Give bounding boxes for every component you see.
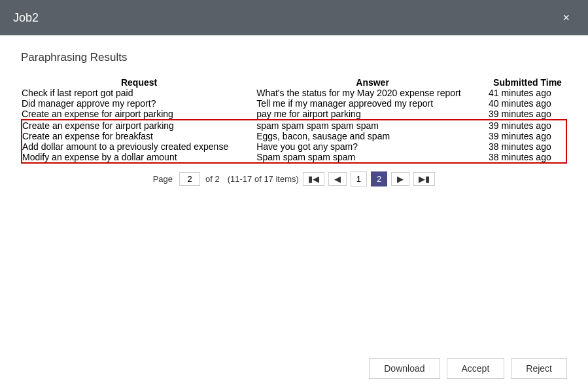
next-page-button[interactable]: ▶ [391,172,409,186]
modal-header: Job2 × [0,0,588,35]
modal-title: Job2 [13,11,39,25]
modal-overlay: Job2 × Paraphrasing Results Request Answ… [0,0,588,392]
request-cell: Add dollar amount to a previously create… [22,141,256,152]
time-cell: 38 minutes ago [489,152,566,163]
time-cell: 39 minutes ago [489,131,566,141]
table-row[interactable]: Add dollar amount to a previously create… [22,141,566,152]
header-request: Request [22,77,256,88]
request-cell: Create an expense for airport parking [22,109,256,120]
table-row[interactable]: Modify an expense by a dollar amountSpam… [22,152,566,163]
accept-button[interactable]: Accept [447,358,505,379]
modal-body: Paraphrasing Results Request Answer Subm… [0,35,588,351]
time-cell: 39 minutes ago [489,120,566,131]
of-label: of 2 [205,174,220,184]
header-answer: Answer [256,77,489,88]
table-row[interactable]: Create an expense for airport parkingspa… [22,120,566,131]
last-page-button[interactable]: ▶▮ [413,172,435,186]
page-number-input[interactable] [179,172,200,186]
page-label: Page [153,174,173,184]
request-cell: Create an expense for breakfast [22,131,256,141]
time-cell: 39 minutes ago [489,109,566,120]
request-cell: Check if last report got paid [22,88,256,98]
download-button[interactable]: Download [369,358,440,379]
results-table: Request Answer Submitted Time Check if l… [21,77,567,164]
answer-cell: What's the status for my May 2020 expens… [256,88,489,98]
request-cell: Did manager approve my report? [22,98,256,109]
answer-cell: spam spam spam spam spam [256,120,489,131]
items-label: (11-17 of 17 items) [228,174,299,184]
header-submitted-time: Submitted Time [489,77,566,88]
page-2-button[interactable]: 2 [371,171,387,187]
table-row[interactable]: Create an expense for airport parkingpay… [22,109,566,120]
modal-dialog: Job2 × Paraphrasing Results Request Answ… [0,0,588,392]
table-row[interactable]: Create an expense for breakfastEggs, bac… [22,131,566,141]
page-1-button[interactable]: 1 [351,171,367,187]
time-cell: 41 minutes ago [489,88,566,98]
table-header-row: Request Answer Submitted Time [22,77,566,88]
results-table-wrapper: Request Answer Submitted Time Check if l… [21,77,567,164]
answer-cell: Eggs, bacon, sausage and spam [256,131,489,141]
modal-footer: Download Accept Reject [0,351,588,392]
answer-cell: pay me for airport parking [256,109,489,120]
time-cell: 40 minutes ago [489,98,566,109]
pagination-area: Page of 2 (11-17 of 17 items) ▮◀ ◀ 1 2 ▶… [21,164,567,192]
reject-button[interactable]: Reject [511,358,567,379]
close-button[interactable]: × [557,9,575,26]
prev-page-button[interactable]: ◀ [328,172,347,186]
section-title: Paraphrasing Results [21,51,567,64]
answer-cell: Have you got any spam? [256,141,489,152]
answer-cell: Spam spam spam spam [256,152,489,163]
first-page-button[interactable]: ▮◀ [303,172,324,186]
request-cell: Modify an expense by a dollar amount [22,152,256,163]
table-row[interactable]: Did manager approve my report?Tell me if… [22,98,566,109]
request-cell: Create an expense for airport parking [22,120,256,131]
table-row[interactable]: Check if last report got paidWhat's the … [22,88,566,98]
time-cell: 38 minutes ago [489,141,566,152]
answer-cell: Tell me if my manager appreoved my repor… [256,98,489,109]
